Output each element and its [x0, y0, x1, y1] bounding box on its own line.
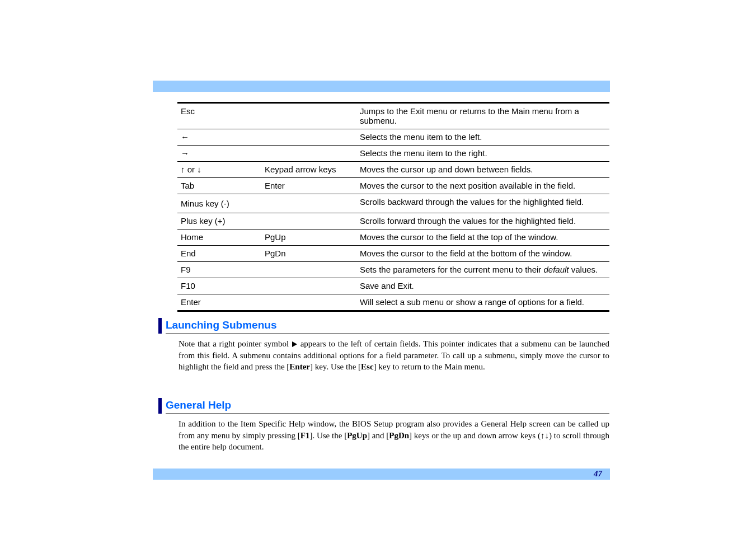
desc-cell: Selects the menu item to the left. — [356, 129, 609, 146]
table-row: Esc Jumps to the Exit menu or returns to… — [177, 103, 609, 129]
desc-cell: Moves the cursor to the next position av… — [356, 178, 609, 194]
table-row: → Selects the menu item to the right. — [177, 146, 609, 162]
page-number: 47 — [594, 469, 602, 479]
right-pointer-icon — [292, 341, 297, 347]
key-cell: Tab — [177, 178, 261, 194]
desc-cell: Sets the parameters for the current menu… — [356, 262, 609, 278]
table-row: Home PgUp Moves the cursor to the field … — [177, 229, 609, 246]
alt-cell — [261, 262, 356, 278]
key-cell: ← — [177, 129, 261, 146]
key-cell: Home — [177, 229, 261, 246]
table-row: ← Selects the menu item to the left. — [177, 129, 609, 146]
section-header: General Help — [158, 398, 609, 414]
key-cell: Enter — [177, 294, 261, 311]
alt-cell — [261, 213, 356, 229]
desc-cell: Moves the cursor to the field at the bot… — [356, 246, 609, 262]
key-label: Esc — [361, 362, 374, 371]
desc-emph: default — [544, 265, 569, 274]
alt-cell — [261, 194, 356, 213]
table-row: ↑ or ↓ Keypad arrow keys Moves the curso… — [177, 162, 609, 178]
table-row: Enter Will select a sub menu or show a r… — [177, 294, 609, 311]
desc-cell: Selects the menu item to the right. — [356, 146, 609, 162]
table-row: Tab Enter Moves the cursor to the next p… — [177, 178, 609, 194]
table-row: Plus key (+) Scrolls forward through the… — [177, 213, 609, 229]
section-title: Launching Submenus — [166, 318, 609, 334]
key-cell: → — [177, 146, 261, 162]
desc-text: values. — [569, 265, 598, 274]
alt-cell — [261, 129, 356, 146]
key-cell: Esc — [177, 103, 261, 129]
key-cell: Minus key (-) — [177, 194, 261, 213]
section-accent-bar — [158, 318, 162, 334]
alt-cell: Enter — [261, 178, 356, 194]
table-row: F10 Save and Exit. — [177, 278, 609, 294]
section-title: General Help — [166, 398, 609, 414]
key-cell: Plus key (+) — [177, 213, 261, 229]
key-label: PgUp — [347, 431, 367, 440]
table-row: F9 Sets the parameters for the current m… — [177, 262, 609, 278]
body-text: ]. Use the [ — [309, 431, 347, 440]
desc-cell: Moves the cursor to the field at the top… — [356, 229, 609, 246]
body-text: ] and [ — [367, 431, 389, 440]
desc-cell: Moves the cursor up and down between fie… — [356, 162, 609, 178]
alt-cell — [261, 294, 356, 311]
section-launching-submenus: Launching Submenus Note that a right poi… — [158, 318, 609, 373]
body-text: ] key to return to the Main menu. — [374, 362, 485, 371]
key-cell: F10 — [177, 278, 261, 294]
footer-accent-bar — [153, 469, 610, 480]
paragraph: Note that a right pointer symbol appears… — [179, 338, 609, 373]
desc-cell: Scrolls backward through the values for … — [356, 194, 609, 213]
desc-cell: Jumps to the Exit menu or returns to the… — [356, 103, 609, 129]
section-general-help: General Help In addition to the Item Spe… — [158, 398, 609, 453]
alt-cell: PgUp — [261, 229, 356, 246]
key-label: Enter — [289, 362, 310, 371]
section-accent-bar — [158, 398, 162, 414]
table-row: End PgDn Moves the cursor to the field a… — [177, 246, 609, 262]
key-cell: End — [177, 246, 261, 262]
table-row: Minus key (-) Scrolls backward through t… — [177, 194, 609, 213]
desc-cell: Save and Exit. — [356, 278, 609, 294]
key-label: PgDn — [389, 431, 409, 440]
desc-cell: Scrolls forward through the values for t… — [356, 213, 609, 229]
desc-text: Sets the parameters for the current menu… — [360, 265, 544, 274]
alt-cell — [261, 103, 356, 129]
key-label: F1 — [300, 431, 310, 440]
alt-cell — [261, 278, 356, 294]
alt-cell: PgDn — [261, 246, 356, 262]
key-cell: F9 — [177, 262, 261, 278]
key-cell: ↑ or ↓ — [177, 162, 261, 178]
section-header: Launching Submenus — [158, 318, 609, 334]
alt-cell: Keypad arrow keys — [261, 162, 356, 178]
body-text: ] key. Use the [ — [310, 362, 361, 371]
body-text: Note that a right pointer symbol — [179, 339, 292, 348]
header-accent-bar — [153, 81, 610, 92]
keyboard-shortcuts-table: Esc Jumps to the Exit menu or returns to… — [177, 102, 609, 312]
alt-cell — [261, 146, 356, 162]
paragraph: In addition to the Item Specific Help wi… — [179, 418, 609, 453]
desc-cell: Will select a sub menu or show a range o… — [356, 294, 609, 311]
